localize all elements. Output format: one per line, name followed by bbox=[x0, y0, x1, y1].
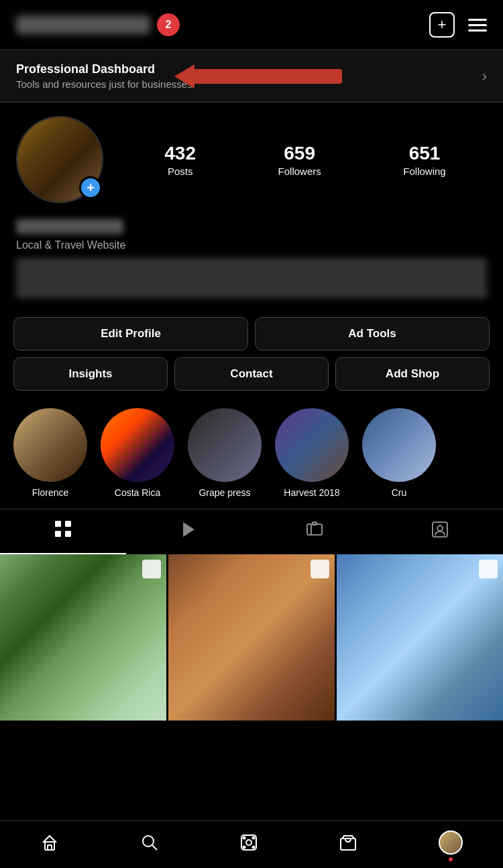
profile-header: + 432 Posts 659 Followers 651 Following bbox=[16, 116, 487, 203]
search-icon bbox=[140, 833, 159, 852]
action-buttons: Edit Profile Ad Tools Insights Contact A… bbox=[0, 308, 503, 397]
professional-dashboard-banner[interactable]: Professional Dashboard Tools and resourc… bbox=[0, 50, 503, 103]
red-arrow-head bbox=[174, 64, 194, 88]
svg-rect-5 bbox=[307, 524, 322, 535]
dashboard-text: Professional Dashboard Tools and resourc… bbox=[16, 62, 195, 90]
svg-rect-3 bbox=[65, 531, 71, 537]
bio-text bbox=[16, 258, 487, 298]
svg-line-13 bbox=[152, 845, 157, 850]
action-btn-row-1: Edit Profile Ad Tools bbox=[13, 317, 490, 351]
contact-button[interactable]: Contact bbox=[174, 357, 329, 391]
add-shop-button[interactable]: Add Shop bbox=[335, 357, 490, 391]
red-arrow bbox=[174, 64, 342, 88]
add-post-button[interactable]: + bbox=[429, 12, 455, 38]
posts-stat[interactable]: 432 Posts bbox=[164, 143, 196, 177]
following-label: Following bbox=[403, 166, 445, 177]
nav-home[interactable] bbox=[40, 833, 59, 852]
insights-button[interactable]: Insights bbox=[13, 357, 168, 391]
highlight-cru[interactable]: Cru bbox=[362, 408, 436, 498]
add-story-button[interactable]: + bbox=[79, 176, 102, 199]
svg-point-15 bbox=[246, 840, 252, 845]
top-nav-right: + bbox=[429, 12, 487, 38]
edit-profile-button[interactable]: Edit Profile bbox=[13, 317, 248, 351]
home-icon bbox=[40, 833, 59, 852]
highlight-harvest[interactable]: Harvest 2018 bbox=[275, 408, 349, 498]
highlight-label-costarica: Costa Rica bbox=[115, 487, 160, 498]
plus-icon: + bbox=[438, 16, 447, 34]
grid-item-1[interactable] bbox=[0, 554, 166, 721]
active-indicator bbox=[449, 857, 453, 861]
photo-grid bbox=[0, 554, 503, 721]
highlights-section: Florence Costa Rica Grape press Harvest … bbox=[0, 397, 503, 505]
followers-stat[interactable]: 659 Followers bbox=[278, 143, 321, 177]
tab-reels[interactable] bbox=[126, 509, 252, 554]
dashboard-subtitle: Tools and resources just for businesses. bbox=[16, 78, 195, 90]
tagged-icon bbox=[431, 521, 449, 543]
menu-button[interactable] bbox=[468, 19, 487, 32]
svg-point-12 bbox=[143, 836, 154, 847]
bio-name bbox=[16, 219, 123, 234]
svg-rect-0 bbox=[55, 521, 61, 527]
highlight-label-grapepress: Grape press bbox=[199, 487, 250, 498]
svg-rect-11 bbox=[48, 845, 52, 850]
red-arrow-annotation bbox=[174, 64, 342, 88]
highlight-costarica[interactable]: Costa Rica bbox=[101, 408, 174, 498]
profile-stats: 432 Posts 659 Followers 651 Following bbox=[123, 143, 487, 177]
following-count: 651 bbox=[409, 143, 441, 164]
highlight-circle-cru bbox=[362, 408, 436, 482]
highlight-florence[interactable]: Florence bbox=[13, 408, 87, 498]
grid-item-3[interactable] bbox=[337, 554, 503, 721]
username-blur bbox=[16, 15, 150, 34]
grid-icon bbox=[54, 520, 72, 542]
nav-search[interactable] bbox=[140, 833, 159, 852]
action-btn-row-2: Insights Contact Add Shop bbox=[13, 357, 490, 391]
grid-select-3 bbox=[479, 560, 498, 578]
svg-point-16 bbox=[243, 837, 245, 839]
posts-count: 432 bbox=[164, 143, 196, 164]
content-tabs bbox=[0, 509, 503, 554]
highlight-circle-costarica bbox=[101, 408, 174, 482]
highlight-label-cru: Cru bbox=[392, 487, 407, 498]
grid-item-2[interactable] bbox=[168, 554, 335, 721]
hamburger-line-3 bbox=[468, 29, 487, 32]
svg-rect-1 bbox=[65, 521, 71, 527]
svg-marker-4 bbox=[183, 522, 194, 537]
highlight-grapepress[interactable]: Grape press bbox=[188, 408, 262, 498]
highlight-circle-florence bbox=[13, 408, 87, 482]
hamburger-line-1 bbox=[468, 19, 487, 21]
following-stat[interactable]: 651 Following bbox=[403, 143, 445, 177]
svg-point-17 bbox=[252, 837, 254, 839]
igtv-icon bbox=[306, 521, 323, 543]
followers-label: Followers bbox=[278, 166, 321, 177]
shop-icon bbox=[339, 833, 357, 852]
svg-point-9 bbox=[437, 525, 443, 531]
profile-section: + 432 Posts 659 Followers 651 Following bbox=[0, 103, 503, 210]
top-nav-left: 2 bbox=[16, 13, 180, 36]
play-icon bbox=[180, 521, 197, 543]
ad-tools-button[interactable]: Ad Tools bbox=[255, 317, 490, 351]
notification-badge[interactable]: 2 bbox=[157, 13, 180, 36]
profile-thumbnail bbox=[439, 830, 463, 855]
grid-select-2 bbox=[311, 560, 329, 578]
svg-point-18 bbox=[243, 847, 245, 849]
svg-point-19 bbox=[252, 847, 254, 849]
dashboard-title: Professional Dashboard bbox=[16, 62, 195, 76]
svg-rect-2 bbox=[55, 531, 61, 537]
chevron-right-icon: › bbox=[482, 68, 487, 85]
tab-igtv[interactable] bbox=[252, 509, 378, 554]
highlight-label-florence: Florence bbox=[32, 487, 68, 498]
tab-posts[interactable] bbox=[0, 509, 126, 554]
grid-select-1 bbox=[142, 560, 161, 578]
bio-section: Local & Travel Website bbox=[0, 210, 503, 308]
nav-reels[interactable] bbox=[239, 833, 258, 852]
nav-profile[interactable] bbox=[439, 830, 463, 855]
nav-shop[interactable] bbox=[339, 833, 357, 852]
hamburger-line-2 bbox=[468, 24, 487, 26]
highlight-circle-harvest bbox=[275, 408, 349, 482]
highlight-circle-grapepress bbox=[188, 408, 262, 482]
reels-icon bbox=[239, 833, 258, 852]
tab-tagged[interactable] bbox=[378, 509, 504, 554]
top-nav: 2 + bbox=[0, 0, 503, 50]
avatar-wrap: + bbox=[16, 116, 103, 203]
bottom-nav bbox=[0, 820, 503, 868]
